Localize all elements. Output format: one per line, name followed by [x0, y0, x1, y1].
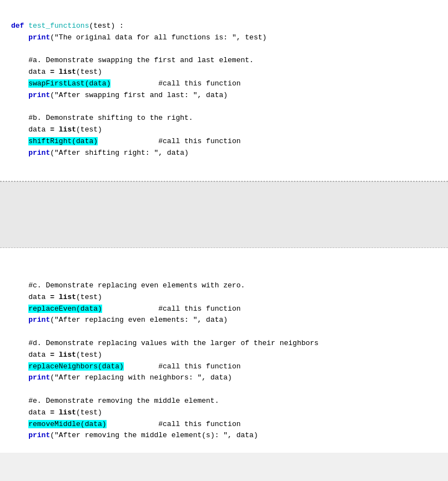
code-line-1: def test_functions(test) : print("The or…	[11, 22, 266, 157]
page-gap	[0, 181, 448, 248]
code-block-bottom: #c. Demonstrate replacing even elements …	[0, 248, 448, 453]
code-block-top: def test_functions(test) : print("The or…	[0, 0, 448, 181]
code-line-bottom: #c. Demonstrate replacing even elements …	[11, 281, 319, 439]
